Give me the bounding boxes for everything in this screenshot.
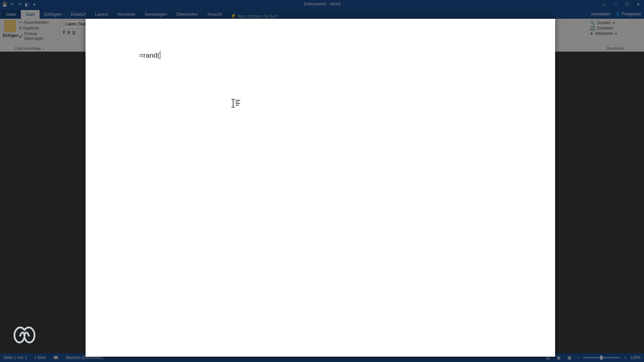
status-wordcount[interactable]: 1 Wort	[34, 355, 46, 360]
tab-layout[interactable]: Layout	[90, 10, 113, 19]
window-controls: ▭ ― ☐ ✕	[598, 0, 644, 9]
document-page[interactable]: =rand(	[86, 19, 555, 357]
group-clipboard-label: Zwischenablage ↘	[3, 46, 57, 51]
view-web-layout-button[interactable]: ▩	[566, 355, 573, 361]
find-label: Suchen	[597, 20, 611, 25]
qat-dropdown-icon[interactable]: ▾	[32, 2, 37, 7]
zoom-in-button[interactable]: +	[624, 355, 626, 360]
paste-button[interactable]: Einfügen	[3, 20, 17, 41]
chevron-down-icon: ▾	[613, 21, 615, 25]
minimize-button[interactable]: ―	[610, 0, 621, 9]
undo-icon[interactable]: ↶	[9, 2, 15, 7]
copy-icon: ⧉	[19, 26, 22, 31]
replace-button[interactable]: 🔄Ersetzen	[590, 25, 641, 31]
sign-in-link[interactable]: Anmelden	[591, 11, 610, 16]
chevron-down-icon: ▾	[615, 32, 617, 36]
tab-entwurf[interactable]: Entwurf	[66, 10, 90, 19]
replace-label: Ersetzen	[597, 26, 613, 31]
cut-label: Ausschneiden	[23, 20, 49, 25]
share-label: Freigeben	[622, 11, 641, 16]
bold-button[interactable]: F	[63, 30, 65, 35]
tab-start[interactable]: Start	[21, 10, 39, 19]
ribbon-tabs: Datei Start Einfügen Entwurf Layout Verw…	[0, 9, 644, 19]
cut-button[interactable]: ✂Ausschneiden	[19, 20, 57, 25]
align-left-icon	[235, 100, 240, 107]
status-page[interactable]: Seite 1 von 1	[3, 355, 27, 360]
tab-datei[interactable]: Datei	[1, 10, 21, 19]
format-painter-label: Format übertragen	[24, 32, 57, 41]
title-bar: 💾 ↶ ↷ ◧ ▾ Dokument3 - Word ▭ ― ☐ ✕	[0, 0, 644, 9]
underline-button[interactable]: U	[72, 30, 75, 35]
cursor-icon: ➤	[590, 31, 593, 36]
copy-label: Kopieren	[23, 26, 39, 31]
copy-button[interactable]: ⧉Kopieren	[19, 26, 57, 31]
tab-verweise[interactable]: Verweise	[113, 10, 140, 19]
typed-text: =rand(	[139, 51, 160, 59]
share-button[interactable]: 👤 Freigeben	[615, 11, 641, 16]
save-icon[interactable]: 💾	[2, 2, 7, 7]
share-icon: 👤	[615, 11, 621, 16]
group-editing-label: Bearbeiten	[590, 46, 641, 51]
select-label: Markieren	[595, 31, 613, 36]
overlay-logo	[9, 320, 40, 347]
paste-label: Einfügen	[3, 33, 17, 38]
touchmode-icon[interactable]: ◧	[24, 2, 30, 7]
format-painter-button[interactable]: 🖌Format übertragen	[19, 32, 57, 41]
zoom-slider[interactable]	[583, 357, 620, 358]
italic-button[interactable]: K	[67, 30, 70, 35]
clipboard-icon	[4, 20, 16, 32]
ribbon-options-icon[interactable]: ▭	[598, 0, 610, 9]
group-editing: 🔍Suchen ▾ 🔄Ersetzen ➤Markieren ▾ Bearbei…	[587, 19, 644, 52]
tab-einfuegen[interactable]: Einfügen	[40, 10, 66, 19]
tab-ueberpruefen[interactable]: Überprüfen	[172, 10, 203, 19]
titlebar-right-actions: Anmelden 👤 Freigeben	[591, 10, 641, 17]
close-button[interactable]: ✕	[633, 0, 644, 9]
zoom-out-button[interactable]: −	[577, 355, 579, 360]
tab-ansicht[interactable]: Ansicht	[203, 10, 227, 19]
zoom-level[interactable]: 120%	[630, 355, 641, 360]
group-clipboard: Einfügen ✂Ausschneiden ⧉Kopieren 🖌Format…	[0, 19, 60, 52]
zoom-slider-thumb[interactable]	[600, 356, 603, 360]
redo-icon[interactable]: ↷	[17, 2, 22, 7]
document-body[interactable]: =rand(	[139, 51, 501, 59]
tell-me-search[interactable]: 💡 Was möchten Sie tun?	[230, 14, 278, 19]
status-proofing-icon[interactable]: 📖	[53, 355, 58, 360]
view-print-layout-button[interactable]: ▦	[555, 355, 562, 361]
tab-sendungen[interactable]: Sendungen	[140, 10, 172, 19]
quick-access-toolbar: 💾 ↶ ↷ ◧ ▾	[0, 2, 39, 7]
find-button[interactable]: 🔍Suchen ▾	[590, 20, 641, 25]
lightbulb-icon: 💡	[230, 14, 235, 19]
replace-icon: 🔄	[590, 26, 595, 31]
text-caret	[160, 51, 160, 59]
maximize-button[interactable]: ☐	[621, 0, 633, 9]
brush-icon: 🖌	[19, 34, 23, 39]
select-button[interactable]: ➤Markieren ▾	[590, 31, 641, 36]
tell-me-placeholder: Was möchten Sie tun?	[237, 14, 278, 19]
scissors-icon: ✂	[19, 20, 22, 25]
document-title: Dokument3 - Word	[304, 1, 340, 6]
clipboard-launcher-icon[interactable]: ↘	[42, 47, 46, 50]
search-icon: 🔍	[590, 20, 595, 25]
ibeam-icon	[231, 99, 235, 108]
